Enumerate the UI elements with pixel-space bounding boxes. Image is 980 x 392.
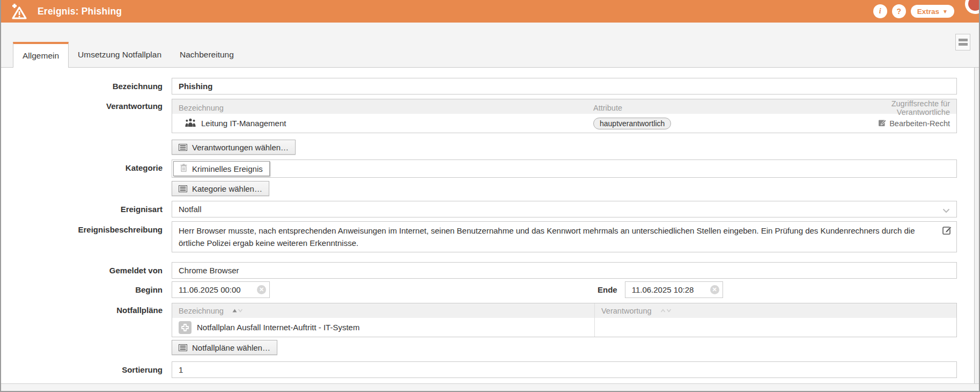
choose-emergency-plans-button[interactable]: Notfallpläne wählen…: [172, 340, 277, 355]
ereignisbeschreibung-label: Ereignisbeschreibung: [1, 221, 172, 234]
app-window: Ereignis: Phishing i ? Extras ▼ Allgemei…: [0, 0, 980, 392]
tab-allgemein[interactable]: Allgemein: [13, 42, 69, 68]
verantwortung-label: Verantwortung: [1, 99, 172, 111]
help-button[interactable]: ?: [892, 4, 906, 18]
notfallplaene-label: Notfallpläne: [1, 303, 172, 315]
verantwortung-col-zugriffsrechte[interactable]: Zugriffsrechte für Verantwortliche: [837, 99, 956, 117]
extras-menu-button[interactable]: Extras ▼: [911, 5, 954, 18]
ende-label: Ende: [598, 281, 617, 298]
corner-badge[interactable]: [965, 0, 980, 14]
verantwortung-table: Bezeichnung Attribute Zugriffsrechte für…: [172, 99, 957, 133]
verantwortung-col-bezeichnung[interactable]: Bezeichnung: [172, 104, 593, 112]
choose-category-button[interactable]: Kategorie wählen…: [172, 181, 269, 196]
ereignisbeschreibung-text: Herr Browser musste, nach entsprechenden…: [179, 226, 915, 248]
kategorie-field: Kriminelles Ereignis: [172, 159, 957, 178]
tab-umsetzung-notfallplan[interactable]: Umsetzung Notfallplan: [69, 42, 171, 67]
emergency-plan-icon: [179, 321, 191, 334]
bezeichnung-input[interactable]: [172, 78, 957, 95]
extras-label: Extras: [917, 8, 939, 16]
notfallplaene-col-verantwortung[interactable]: Verantwortung: [594, 303, 956, 318]
tab-bar: Allgemein Umsetzung Notfallplan Nachbere…: [1, 23, 979, 68]
list-view-toggle-icon[interactable]: [955, 34, 970, 50]
notfallplan-verantwortung-cell: [594, 318, 956, 337]
info-button[interactable]: i: [873, 4, 887, 18]
notfallplaene-col-bezeichnung[interactable]: Bezeichnung: [172, 307, 594, 315]
sort-icons[interactable]: [660, 309, 672, 313]
tab-nachbereitung[interactable]: Nachbereitung: [171, 42, 243, 67]
page-title: Ereignis: Phishing: [38, 6, 122, 17]
ereignisbeschreibung-textarea[interactable]: Herr Browser musste, nach entsprechenden…: [172, 221, 957, 252]
list-icon: [179, 144, 187, 151]
ende-input[interactable]: [625, 281, 723, 298]
choose-responsibilities-button[interactable]: Verantwortungen wählen…: [172, 140, 296, 155]
gemeldet-von-input[interactable]: [172, 262, 957, 279]
event-form: Bezeichnung Verantwortung Bezeichnung At…: [1, 68, 979, 378]
main-area: Allgemein Umsetzung Notfallplan Nachbere…: [1, 23, 979, 392]
right-rail: [974, 29, 979, 383]
verantwortung-col-attribute[interactable]: Attribute: [593, 104, 837, 112]
clear-ende-icon[interactable]: ✕: [710, 285, 719, 294]
notfallplaene-table: Bezeichnung Verantwortung: [172, 303, 957, 337]
edit-permission-icon: [878, 119, 886, 128]
sort-asc-active-icon[interactable]: [232, 309, 243, 313]
ende-field: ✕: [625, 281, 723, 298]
bezeichnung-label: Bezeichnung: [1, 78, 172, 91]
header-bar: Ereignis: Phishing i ? Extras ▼: [1, 0, 979, 23]
sortierung-label: Sortierung: [1, 361, 172, 374]
responsibility-name: Leitung IT-Management: [201, 119, 286, 128]
edit-icon[interactable]: [942, 226, 952, 238]
beginn-label: Beginn: [1, 281, 172, 294]
beginn-field: ✕: [172, 281, 270, 298]
clear-beginn-icon[interactable]: ✕: [257, 285, 266, 294]
chevron-down-icon[interactable]: [942, 206, 950, 215]
ereignisart-label: Ereignisart: [1, 201, 172, 214]
list-icon: [179, 185, 187, 192]
beginn-input[interactable]: [172, 281, 270, 298]
trash-icon[interactable]: [180, 164, 187, 173]
ereignisart-value[interactable]: [172, 201, 957, 217]
kategorie-chip-label: Kriminelles Ereignis: [192, 164, 263, 173]
notfallplan-name: Notfallplan Ausfall Internet-Auftritt - …: [197, 323, 359, 332]
sortierung-input[interactable]: [172, 361, 957, 378]
ereignisart-select[interactable]: [172, 201, 957, 217]
kategorie-chip[interactable]: Kriminelles Ereignis: [173, 161, 270, 176]
attribute-badge: hauptverantwortlich: [593, 118, 671, 129]
chevron-down-icon: ▼: [942, 9, 948, 14]
gemeldet-von-label: Gemeldet von: [1, 262, 172, 275]
group-icon: [185, 118, 196, 129]
bottom-strip: [1, 383, 979, 392]
kategorie-label: Kategorie: [1, 159, 172, 172]
event-warning-plus-icon: [11, 3, 30, 19]
verantwortung-row[interactable]: Leitung IT-Management hauptverantwortlic…: [172, 114, 956, 133]
access-right-label: Bearbeiten-Recht: [889, 119, 950, 128]
notfallplan-row[interactable]: Notfallplan Ausfall Internet-Auftritt - …: [172, 318, 956, 337]
list-icon: [179, 344, 187, 351]
